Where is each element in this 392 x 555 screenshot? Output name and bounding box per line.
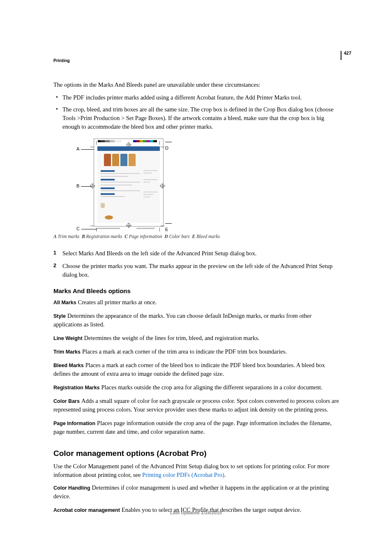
def-color-bars: Color BarsAdds a small square of color f…	[53, 397, 341, 414]
page-content: The options in the Marks And Bleeds pane…	[53, 81, 341, 519]
figure-key-c: C	[76, 226, 97, 232]
heading-color-management: Color management options (Acrobat Pro)	[53, 448, 341, 459]
steps-list: 1Select Marks And Bleeds on the left sid…	[53, 249, 341, 279]
def-page-information: Page InformationPlaces page information …	[53, 419, 341, 436]
color-bar-process	[133, 140, 157, 142]
color-bar-gray	[98, 140, 122, 142]
figure-key-b: B	[76, 183, 92, 190]
heading-marks-bleeds-options: Marks And Bleeds options	[53, 287, 341, 296]
circumstances-list: The PDF includes printer marks added usi…	[53, 93, 341, 131]
figure-wrap: A B C D E	[53, 139, 341, 229]
def-registration-marks: Registration MarksPlaces marks outside t…	[53, 383, 341, 392]
def-line-weight: Line WeightDetermines the weight of the …	[53, 334, 341, 342]
section-header: Printing	[53, 58, 70, 64]
figure-key-a: A	[76, 146, 94, 153]
link-printing-color-pdfs[interactable]: Printing color PDFs (Acrobat Pro)	[142, 472, 224, 478]
list-item: The crop, bleed, and trim boxes are all …	[53, 105, 341, 131]
figure-key-d: D	[165, 139, 173, 152]
step-item: 2Choose the printer marks you want. The …	[53, 262, 341, 279]
step-item: 1Select Marks And Bleeds on the left sid…	[53, 249, 341, 258]
page-number: 427	[341, 51, 351, 60]
registration-mark-icon	[160, 184, 164, 188]
def-style: StyleDetermines the appearance of the ma…	[53, 312, 341, 329]
def-trim-marks: Trim MarksPlaces a mark at each corner o…	[53, 347, 341, 356]
page-info-mark	[97, 228, 120, 229]
figure-page	[94, 139, 164, 227]
intro-paragraph: The options in the Marks And Bleeds pane…	[53, 81, 341, 89]
footer-last-updated: Last updated 1/14/2015	[0, 509, 392, 516]
list-item: The PDF includes printer marks added usi…	[53, 93, 341, 102]
figure-artwork	[97, 146, 160, 223]
printer-marks-figure: A B C D E	[71, 139, 172, 229]
figure-key-e: E	[165, 220, 173, 233]
color-intro: Use the Color Management panel of the Ad…	[53, 462, 341, 479]
def-bleed-marks: Bleed MarksPlaces a mark at each corner …	[53, 361, 341, 378]
registration-mark-icon	[127, 223, 131, 227]
def-all-marks: All MarksCreates all printer marks at on…	[53, 298, 341, 307]
def-color-handling: Color HandlingDetermines if color manage…	[53, 483, 341, 501]
figure-caption: A Trim marks B Registration marks C Page…	[53, 233, 341, 240]
page-info-mark	[136, 228, 154, 229]
